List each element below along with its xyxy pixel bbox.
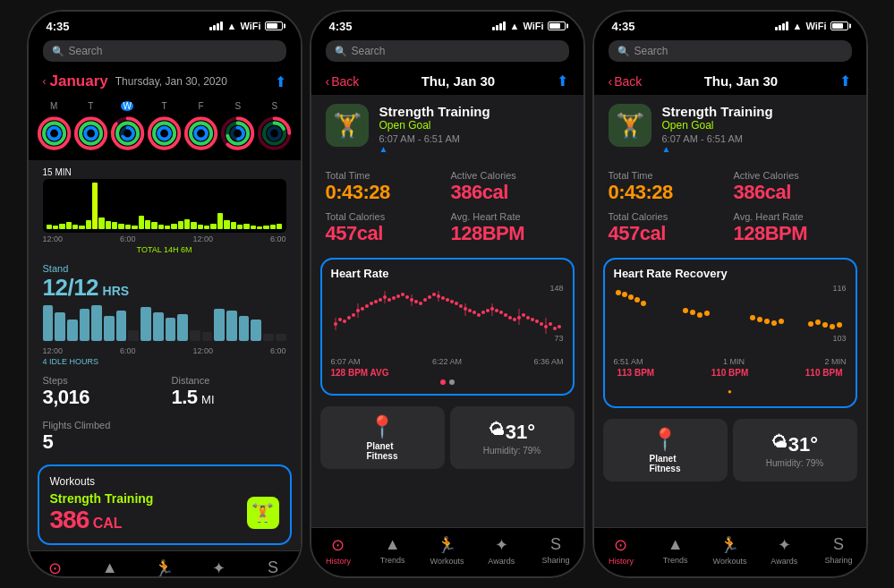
chart-label: 15 MIN	[43, 167, 286, 177]
hrr-val-3: 110 BPM	[805, 368, 843, 378]
svg-point-53	[387, 298, 391, 302]
metric-title-tt-2: Total Time	[326, 170, 444, 181]
svg-point-63	[432, 293, 436, 296]
map-pin-3: 📍	[651, 427, 678, 452]
workout-time-2: 6:07 AM - 6:51 AM	[379, 133, 490, 144]
workouts-title: Workouts	[50, 475, 279, 488]
hrr-val-1: 113 BPM	[617, 368, 655, 378]
tab-history-1[interactable]: ⊙ History	[29, 555, 83, 576]
sharing-icon-2: S	[550, 535, 561, 554]
metric-value-tc-3: 457cal	[609, 222, 727, 245]
map-pin-2: 📍	[369, 414, 396, 439]
day-col-M[interactable]: M	[36, 101, 72, 153]
svg-point-40	[268, 128, 280, 140]
hr-chart-title-2: Heart Rate	[331, 267, 564, 280]
share-icon-2[interactable]: ⬆	[557, 72, 568, 89]
tab-workouts-3[interactable]: 🏃 Workouts	[702, 532, 757, 569]
flights-value: 5	[43, 430, 286, 454]
share-icon-3[interactable]: ⬆	[839, 72, 851, 89]
svg-point-81	[513, 318, 516, 321]
back-btn-2[interactable]: ‹ Back	[326, 74, 360, 89]
weather-temp-3: 31°	[788, 433, 818, 456]
svg-point-105	[641, 301, 646, 306]
search-input-1[interactable]: 🔍 Search	[43, 40, 286, 62]
day-col-T1[interactable]: T	[72, 101, 109, 153]
svg-point-114	[779, 319, 784, 324]
search-input-3[interactable]: 🔍 Search	[609, 40, 852, 62]
tab-trends-label-3: Trends	[663, 556, 688, 565]
metric-title-ac-3: Active Calories	[734, 170, 852, 181]
activity-chart	[43, 179, 286, 233]
trends-icon-2: ▲	[385, 535, 401, 554]
map-label-3: PlanetFitness	[649, 454, 680, 473]
back-label-3: Back	[614, 74, 642, 89]
status-bar-2: 4:35 ▲ WiFi	[311, 12, 583, 37]
svg-point-42	[338, 318, 342, 321]
svg-point-89	[549, 322, 552, 326]
tab-workouts-2[interactable]: 🏃 Workouts	[420, 532, 474, 569]
stand-title: Stand	[43, 263, 286, 274]
svg-point-108	[697, 312, 702, 318]
tab-history-3[interactable]: ⊙ History	[594, 532, 649, 569]
metric-title-hr-3: Avg. Heart Rate	[734, 211, 852, 222]
svg-point-112	[764, 319, 770, 324]
tab-trends-2[interactable]: ▲ Trends	[365, 532, 420, 569]
month-name[interactable]: January	[50, 72, 108, 90]
tab-trends-3[interactable]: ▲ Trends	[648, 532, 702, 569]
header-3: ‹ Back Thu, Jan 30 ⬆	[594, 69, 866, 95]
weather-cell-3[interactable]: 🌤 31° Humidity: 79%	[733, 419, 857, 481]
back-chevron-2: ‹	[326, 74, 330, 89]
share-icon-1[interactable]: ⬆	[275, 73, 286, 90]
dot-inactive-2a[interactable]	[449, 379, 455, 385]
hrr-max-3: 116	[832, 284, 846, 293]
month-back-chevron[interactable]: ‹	[43, 75, 47, 88]
search-bar-3: 🔍 Search	[594, 37, 866, 69]
tab-sharing-1[interactable]: S Sharing	[246, 555, 301, 576]
workouts-section[interactable]: Workouts Strength Training 386 CAL 🏋	[38, 464, 292, 545]
steps-title: Steps	[43, 375, 158, 386]
search-label-2: Search	[352, 45, 386, 57]
awards-icon-3: ✦	[778, 535, 791, 555]
tab-history-2[interactable]: ⊙ History	[311, 532, 366, 569]
phone-3: 4:35 ▲ WiFi 🔍 Search	[592, 10, 868, 578]
workout-location-2: ▲	[379, 144, 490, 154]
workouts-icon-3: 🏃	[719, 535, 739, 555]
workout-icon-large-3: 🏋	[609, 104, 651, 147]
map-cell-3[interactable]: 📍 PlanetFitness	[603, 419, 728, 481]
svg-point-91	[558, 325, 561, 328]
day-col-S2[interactable]: S	[256, 101, 293, 153]
back-btn-3[interactable]: ‹ Back	[609, 74, 643, 89]
day-col-S1[interactable]: S	[219, 101, 256, 153]
tab-workouts-1[interactable]: 🏃 Workouts	[137, 555, 192, 576]
svg-point-68	[455, 302, 458, 305]
tab-awards-2[interactable]: ✦ Awards	[474, 532, 529, 569]
day-col-T2[interactable]: T	[146, 101, 183, 153]
map-cell-2[interactable]: 📍 PlanetFitness	[320, 406, 445, 469]
metric-title-tt-3: Total Time	[609, 170, 727, 181]
workout-name-3: Strength Training	[662, 104, 773, 119]
svg-point-59	[414, 300, 418, 303]
tab-trends-1[interactable]: ▲ Trends	[82, 555, 137, 576]
tab-sharing-3[interactable]: S Sharing	[812, 532, 866, 569]
weather-icon-3: 🌤	[771, 433, 788, 452]
workouts-icon-1: 🏃	[154, 558, 174, 576]
weather-cell-2[interactable]: 🌤 31° Humidity: 79%	[450, 406, 575, 469]
svg-point-45	[352, 313, 355, 317]
tab-sharing-2[interactable]: S Sharing	[529, 532, 583, 569]
day-col-F[interactable]: F	[183, 101, 219, 153]
workout-type: Strength Training	[50, 491, 154, 506]
stand-value: 12/12	[43, 274, 99, 301]
tab-awards-3[interactable]: ✦ Awards	[757, 532, 812, 569]
dot-active-2[interactable]	[440, 379, 446, 385]
search-label-1: Search	[69, 45, 103, 57]
svg-point-56	[401, 293, 404, 296]
day-col-W[interactable]: W	[109, 101, 146, 153]
time-labels: 12:00 6:00 12:00 6:00	[43, 233, 286, 245]
status-bar-1: 4:35 ▲ WiFi	[29, 12, 301, 37]
metric-active-cal-2: Active Calories 386cal	[451, 170, 569, 204]
svg-point-55	[396, 294, 400, 298]
tab-awards-1[interactable]: ✦ Awards	[192, 555, 246, 576]
search-input-2[interactable]: 🔍 Search	[326, 40, 569, 62]
svg-point-43	[343, 320, 346, 323]
stand-section: Stand 12/12 HRS	[29, 258, 301, 370]
